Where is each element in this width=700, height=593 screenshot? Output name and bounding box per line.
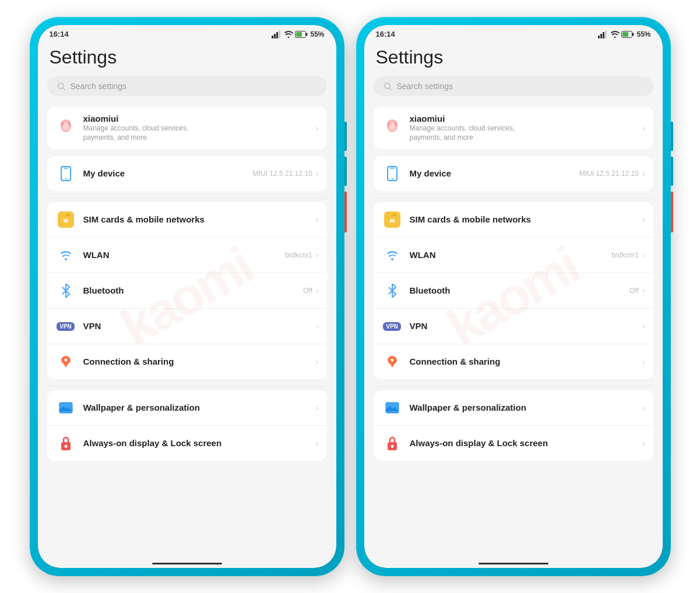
sim-label-1: SIM cards & mobile networks [83,214,205,224]
sim-icon-1 [55,209,76,230]
vpn-chevron-2: › [642,322,645,331]
device-right-2: MIUI 12.5 21.12.10 › [579,169,645,178]
sim-chevron-2: › [642,215,645,224]
search-placeholder-1: Search settings [71,82,127,91]
signal-icon-1 [272,30,282,38]
appearance-section-1: Wallpaper & personalization › [47,390,327,461]
vpn-icon-2: VPN [382,316,403,337]
volume-down-button[interactable] [344,157,347,186]
phone-1: kaomi 16:14 [30,17,344,576]
phone-1-screen: kaomi 16:14 [38,25,336,568]
my-device-section-1: My device MIUI 12.5 21.12.10 › [47,156,327,191]
connection-label-1: Connection & sharing [83,356,174,366]
sim-label-2: SIM cards & mobile networks [410,214,531,224]
search-bar-1[interactable]: Search settings [47,76,327,96]
wifi-icon-1 [284,31,293,38]
svg-rect-25 [600,34,602,38]
bluetooth-item-2[interactable]: Bluetooth Off › [374,273,653,309]
account-item-2[interactable]: xiaomiui Manage accounts, cloud services… [374,107,653,149]
connection-icon-1 [55,351,76,372]
lock-item-1[interactable]: Always-on display & Lock screen › [47,426,327,461]
svg-line-32 [389,88,392,90]
sim-content-2: SIM cards & mobile networks [410,214,640,225]
wifi-icon-2 [610,31,620,38]
status-icons-2: 55% [598,30,650,38]
battery-percent-1: 55% [310,30,324,38]
volume-up-button[interactable] [344,122,347,151]
power-button[interactable] [344,192,347,232]
lock-item-2[interactable]: Always-on display & Lock screen › [374,426,653,461]
connection-item-2[interactable]: Connection & sharing › [374,344,653,379]
wlan-item-1[interactable]: WLAN brdkcnr1 › [47,238,327,273]
svg-rect-2 [276,32,278,38]
connection-icon-2 [382,351,403,372]
connection-item-1[interactable]: Connection & sharing › [47,344,327,379]
signal-icon-2 [598,30,608,38]
wallpaper-label-2: Wallpaper & personalization [410,403,526,412]
account-right-1: › [314,123,319,133]
wallpaper-content-1: Wallpaper & personalization [83,403,314,413]
vpn-item-2[interactable]: VPN VPN › [374,309,653,344]
volume-down-button-2[interactable] [671,157,673,186]
vpn-label-1: VPN [83,321,101,331]
phone-2-outer: kaomi 16:14 [356,17,671,576]
wlan-right-2: brdkcnr1 › [611,250,645,260]
phone-2: kaomi 16:14 [356,17,671,576]
account-content-1: xiaomiui Manage accounts, cloud services… [83,114,314,142]
svg-point-12 [62,122,69,130]
connection-chevron-2: › [642,357,645,366]
wallpaper-right-1: › [314,403,319,412]
account-item-1[interactable]: xiaomiui Manage accounts, cloud services… [47,107,327,149]
vpn-right-2: › [640,322,645,331]
svg-point-15 [65,178,66,179]
account-chevron-2: › [642,123,645,133]
phone-1-screen-container: kaomi 16:14 [38,25,336,568]
wlan-icon-1 [55,245,76,266]
sim-item-1[interactable]: SIM cards & mobile networks › [47,202,327,238]
bluetooth-content-1: Bluetooth [83,285,304,296]
lock-right-1: › [314,439,319,448]
lock-chevron-1: › [316,439,319,448]
account-avatar-2 [382,118,403,139]
account-avatar-1 [55,118,76,139]
wallpaper-icon-1 [55,397,76,418]
svg-point-36 [389,122,396,130]
account-name-2: xiaomiui [410,114,640,123]
wallpaper-item-1[interactable]: Wallpaper & personalization › [47,390,327,426]
lock-icon-1 [55,433,76,454]
my-device-item-1[interactable]: My device MIUI 12.5 21.12.10 › [47,156,327,191]
vpn-chevron-1: › [316,322,319,331]
bluetooth-item-1[interactable]: Bluetooth Off › [47,273,327,309]
sim-item-2[interactable]: SIM cards & mobile networks › [374,202,653,238]
my-device-item-2[interactable]: My device MIUI 12.5 21.12.10 › [374,156,653,191]
svg-rect-26 [603,32,604,38]
lock-icon-2 [382,433,403,454]
wlan-chevron-2: › [642,250,645,260]
power-button-2[interactable] [671,192,673,232]
vpn-right-1: › [314,322,319,331]
search-bar-2[interactable]: Search settings [374,76,653,96]
connection-content-2: Connection & sharing [410,356,640,367]
nav-line-1 [152,563,222,564]
page-title-2: Settings [376,47,653,68]
connection-right-2: › [640,357,645,366]
phone-1-outer: kaomi 16:14 [30,17,344,576]
volume-up-button-2[interactable] [671,122,673,151]
sim-chevron-1: › [316,215,319,224]
network-section-1: SIM cards & mobile networks › [47,202,327,379]
svg-rect-30 [632,33,634,36]
svg-point-39 [391,178,392,179]
svg-point-31 [384,83,389,89]
svg-rect-14 [64,168,68,169]
svg-rect-38 [390,168,395,169]
vpn-item-1[interactable]: VPN VPN › [47,309,327,344]
wlan-item-2[interactable]: WLAN brdkcnr1 › [374,238,653,273]
svg-marker-17 [62,214,70,216]
svg-rect-0 [272,36,273,38]
wallpaper-item-2[interactable]: Wallpaper & personalization › [374,390,653,426]
device-content-2: My device [410,168,579,179]
divider-4 [374,386,653,387]
nav-line-2 [479,563,548,564]
bluetooth-icon-2 [382,280,403,301]
wallpaper-label-1: Wallpaper & personalization [83,403,200,412]
